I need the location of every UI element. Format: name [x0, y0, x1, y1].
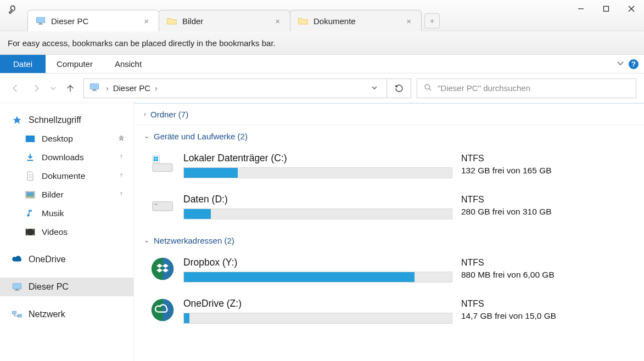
- info-text: For easy access, bookmarks can be placed…: [8, 38, 276, 48]
- ribbon-view[interactable]: Ansicht: [104, 55, 153, 73]
- sidebar-item-pictures[interactable]: Bilder: [0, 185, 133, 204]
- new-tab-button[interactable]: +: [424, 13, 440, 29]
- svg-rect-29: [27, 234, 28, 235]
- tab-label: Dokumente: [313, 16, 404, 26]
- pin-icon[interactable]: [118, 171, 125, 181]
- navigation-row: › Dieser PC › "Dieser PC" durchsuchen: [0, 74, 644, 103]
- sidebar-this-pc[interactable]: Dieser PC: [0, 278, 133, 296]
- close-button[interactable]: [619, 0, 644, 18]
- svg-rect-28: [27, 229, 28, 230]
- recent-dropdown-icon[interactable]: [49, 81, 57, 96]
- drive-free-text: 280 GB frei von 310 GB: [461, 207, 634, 217]
- svg-line-12: [429, 88, 431, 91]
- settings-wrench-icon[interactable]: [0, 0, 27, 16]
- chevron-down-icon: ⌄: [144, 132, 149, 140]
- capacity-bar: [183, 272, 452, 283]
- svg-rect-34: [15, 290, 19, 291]
- drive-item[interactable]: OneDrive (Z:) NTFS 14,7 GB frei von 15,0…: [134, 292, 644, 334]
- svg-rect-44: [156, 159, 158, 161]
- titlebar: Dieser PC × Bilder × Dokumente × +: [0, 0, 644, 31]
- desktop-icon: [24, 135, 36, 143]
- help-icon[interactable]: ?: [629, 59, 639, 69]
- svg-rect-26: [121, 194, 122, 196]
- minimize-button[interactable]: [568, 0, 593, 18]
- svg-rect-4: [604, 7, 609, 12]
- tab-close-icon[interactable]: ×: [273, 16, 282, 26]
- pc-icon: [36, 17, 46, 25]
- refresh-button[interactable]: [387, 78, 411, 98]
- svg-rect-16: [121, 156, 122, 159]
- maximize-button[interactable]: [593, 0, 619, 18]
- capacity-bar: [183, 313, 452, 324]
- dropbox-icon: [150, 257, 175, 281]
- drive-item[interactable]: Daten (D:) NTFS 280 GB frei von 310 GB: [134, 188, 644, 229]
- address-history-dropdown[interactable]: [368, 84, 381, 93]
- section-drives[interactable]: ⌄ Geräte und Laufwerke (2): [134, 125, 644, 147]
- svg-rect-8: [90, 84, 98, 89]
- forward-button[interactable]: [29, 81, 44, 96]
- drive-icon: [150, 153, 175, 177]
- pin-icon[interactable]: [118, 190, 125, 200]
- sidebar-item-videos[interactable]: Videos: [0, 223, 133, 241]
- ribbon-file[interactable]: Datei: [0, 55, 46, 73]
- tab-label: Bilder: [182, 16, 273, 26]
- svg-rect-30: [33, 229, 34, 230]
- address-bar[interactable]: › Dieser PC ›: [83, 78, 387, 98]
- sidebar-item-downloads[interactable]: Downloads: [0, 148, 133, 167]
- tab-close-icon[interactable]: ×: [404, 16, 413, 26]
- sidebar-item-desktop[interactable]: Desktop: [0, 129, 133, 148]
- svg-rect-43: [154, 159, 156, 161]
- svg-rect-23: [26, 193, 34, 196]
- star-icon: [11, 115, 23, 125]
- tab-close-icon[interactable]: ×: [142, 16, 151, 26]
- svg-rect-0: [36, 18, 44, 23]
- drive-name: Dropbox (Y:): [183, 257, 452, 268]
- chevron-right-icon[interactable]: ›: [106, 84, 109, 93]
- pin-icon[interactable]: [118, 153, 125, 162]
- folder-icon: [167, 17, 177, 25]
- capacity-fill: [184, 272, 415, 282]
- video-icon: [24, 228, 36, 236]
- svg-rect-35: [12, 311, 16, 314]
- sidebar-quick-access[interactable]: Schnellzugriff: [0, 111, 133, 129]
- cloud-icon: [11, 256, 23, 263]
- sidebar: Schnellzugriff Desktop Downloads Dokumen…: [0, 103, 134, 361]
- up-button[interactable]: [63, 81, 78, 96]
- drive-filesystem: NTFS: [461, 258, 634, 268]
- section-folders[interactable]: › Ordner (7): [134, 103, 644, 125]
- search-box[interactable]: "Dieser PC" durchsuchen: [417, 78, 636, 98]
- svg-rect-42: [156, 157, 158, 159]
- svg-rect-41: [154, 157, 156, 159]
- drive-item[interactable]: Lokaler Datenträger (C:) NTFS 132 GB fre…: [134, 147, 644, 188]
- svg-rect-45: [153, 202, 173, 211]
- sidebar-item-documents[interactable]: Dokumente: [0, 167, 133, 185]
- drive-filesystem: NTFS: [461, 154, 634, 163]
- svg-rect-1: [39, 23, 42, 24]
- folder-icon: [298, 17, 308, 25]
- ribbon-collapse-icon[interactable]: [617, 59, 624, 69]
- drive-filesystem: NTFS: [461, 195, 634, 205]
- sidebar-item-music[interactable]: Musik: [0, 204, 133, 223]
- back-button[interactable]: [8, 81, 23, 96]
- bookmarks-info-bar: For easy access, bookmarks can be placed…: [0, 31, 644, 55]
- svg-rect-21: [121, 175, 122, 178]
- drive-free-text: 132 GB frei von 165 GB: [461, 166, 634, 176]
- chevron-down-icon: ⌄: [144, 236, 149, 244]
- tab-dieser-pc[interactable]: Dieser PC ×: [27, 10, 159, 31]
- tab-bilder[interactable]: Bilder ×: [159, 10, 290, 31]
- section-network-locations[interactable]: ⌄ Netzwerkadressen (2): [134, 229, 644, 251]
- music-icon: [24, 208, 36, 218]
- sidebar-network[interactable]: Netzwerk: [0, 305, 133, 324]
- svg-rect-33: [15, 289, 19, 290]
- tab-dokumente[interactable]: Dokumente ×: [290, 10, 422, 31]
- content-pane: › Ordner (7) ⌄ Geräte und Laufwerke (2) …: [134, 103, 644, 361]
- drive-free-text: 880 MB frei von 6,00 GB: [461, 270, 634, 280]
- ribbon-computer[interactable]: Computer: [46, 55, 104, 73]
- breadcrumb-root[interactable]: Dieser PC: [113, 83, 150, 93]
- pin-icon[interactable]: [118, 134, 125, 144]
- capacity-fill: [184, 313, 189, 323]
- svg-rect-9: [93, 89, 96, 90]
- sidebar-onedrive[interactable]: OneDrive: [0, 250, 133, 269]
- chevron-right-icon[interactable]: ›: [155, 84, 158, 93]
- drive-item[interactable]: Dropbox (Y:) NTFS 880 MB frei von 6,00 G…: [134, 251, 644, 292]
